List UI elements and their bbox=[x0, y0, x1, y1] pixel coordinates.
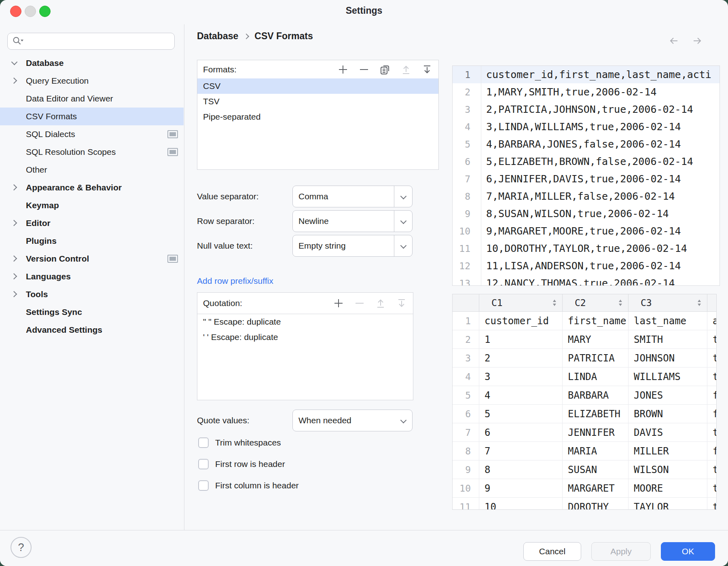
cell-c4[interactable]: f bbox=[707, 386, 716, 404]
cell-c1[interactable]: 4 bbox=[479, 386, 563, 404]
help-icon[interactable]: ? bbox=[11, 537, 32, 558]
tree-chevron-icon[interactable] bbox=[11, 165, 19, 174]
cell-c2[interactable]: MARGARET bbox=[563, 479, 629, 497]
sidebar-item[interactable]: Keymap bbox=[0, 196, 184, 214]
tree-chevron-icon[interactable] bbox=[11, 112, 19, 121]
cell-c2[interactable]: LINDA bbox=[563, 367, 629, 386]
sidebar-item[interactable]: Version Control bbox=[0, 250, 184, 268]
cell-c2[interactable]: ELIZABETH bbox=[563, 405, 629, 423]
tree-chevron-icon[interactable] bbox=[11, 272, 19, 281]
tree-chevron-icon[interactable] bbox=[11, 325, 19, 334]
sidebar-item[interactable]: SQL Dialects bbox=[0, 125, 184, 143]
settings-search-field[interactable] bbox=[7, 33, 175, 50]
cell-c2[interactable]: JENNIFER bbox=[563, 423, 629, 441]
cell-c1[interactable]: 3 bbox=[479, 367, 563, 386]
cell-c2[interactable]: DOROTHY bbox=[563, 498, 629, 510]
chevron-down-icon[interactable] bbox=[394, 235, 412, 256]
cell-c3[interactable]: DAVIS bbox=[629, 423, 707, 441]
search-input[interactable] bbox=[26, 36, 174, 46]
cell-c4[interactable]: t bbox=[707, 349, 716, 367]
cell-c4[interactable]: t bbox=[707, 460, 716, 479]
sidebar-item[interactable]: Query Execution bbox=[0, 72, 184, 90]
cell-c3[interactable]: TAYLOR bbox=[629, 498, 707, 510]
format-list-item[interactable]: Pipe-separated bbox=[197, 109, 438, 125]
field-combobox[interactable]: Empty string bbox=[292, 235, 413, 257]
add-row-prefix-suffix-link[interactable]: Add row prefix/suffix bbox=[197, 276, 273, 286]
cell-c4[interactable]: t bbox=[707, 479, 716, 497]
cell-c3[interactable]: JOHNSON bbox=[629, 349, 707, 367]
sidebar-item[interactable]: Database bbox=[0, 54, 184, 72]
sidebar-item[interactable]: CSV Formats bbox=[0, 108, 184, 125]
quote-values-combobox[interactable]: When needed bbox=[292, 410, 413, 431]
checkbox[interactable] bbox=[198, 437, 209, 448]
sort-arrows-icon[interactable] bbox=[696, 298, 702, 307]
remove-icon[interactable] bbox=[358, 64, 370, 75]
cancel-button[interactable]: Cancel bbox=[523, 542, 581, 561]
chevron-down-icon[interactable] bbox=[394, 186, 412, 207]
remove-icon[interactable] bbox=[354, 298, 365, 309]
cell-c3[interactable]: WILLIAMS bbox=[629, 367, 707, 386]
cell-c3[interactable]: JONES bbox=[629, 386, 707, 404]
format-list-item[interactable]: TSV bbox=[197, 94, 438, 109]
duplicate-icon[interactable] bbox=[379, 64, 391, 75]
cell-c3[interactable]: BROWN bbox=[629, 405, 707, 423]
move-up-icon[interactable] bbox=[400, 64, 412, 75]
tree-chevron-icon[interactable] bbox=[11, 308, 19, 317]
tree-chevron-icon[interactable] bbox=[11, 290, 19, 299]
tree-chevron-icon[interactable] bbox=[11, 76, 19, 85]
cell-c3[interactable]: MOORE bbox=[629, 479, 707, 497]
sidebar-item[interactable]: Other bbox=[0, 161, 184, 179]
cell-c1[interactable]: 2 bbox=[479, 349, 563, 367]
sidebar-item[interactable]: Appearance & Behavior bbox=[0, 179, 184, 196]
sort-arrows-icon[interactable] bbox=[552, 298, 557, 307]
cell-c2[interactable]: MARIA bbox=[563, 442, 629, 460]
tree-chevron-icon[interactable] bbox=[11, 254, 19, 263]
csv-preview-editor[interactable]: 1 customer_id,first_name,last_name,acti … bbox=[452, 65, 720, 286]
cell-c4[interactable]: t bbox=[707, 367, 716, 386]
checkbox[interactable] bbox=[198, 459, 209, 469]
format-list-item[interactable]: CSV bbox=[197, 78, 438, 94]
cell-c4[interactable]: t bbox=[707, 498, 716, 510]
add-icon[interactable] bbox=[333, 298, 344, 309]
cell-c4[interactable]: f bbox=[707, 442, 716, 460]
tree-chevron-icon[interactable] bbox=[11, 59, 19, 68]
cell-c1[interactable]: 7 bbox=[479, 442, 563, 460]
checkbox[interactable] bbox=[198, 480, 209, 491]
field-combobox[interactable]: Newline bbox=[292, 210, 413, 232]
sidebar-item[interactable]: Advanced Settings bbox=[0, 321, 184, 339]
cell-c1[interactable]: 5 bbox=[479, 405, 563, 423]
cell-c2[interactable]: SUSAN bbox=[563, 460, 629, 479]
cell-c4[interactable]: t bbox=[707, 330, 716, 348]
sidebar-item[interactable]: SQL Resolution Scopes bbox=[0, 143, 184, 161]
sidebar-item[interactable]: Tools bbox=[0, 285, 184, 303]
tree-chevron-icon[interactable] bbox=[11, 94, 19, 103]
tree-chevron-icon[interactable] bbox=[11, 219, 19, 228]
back-arrow-icon[interactable] bbox=[667, 35, 680, 47]
move-up-icon[interactable] bbox=[375, 298, 386, 309]
quotation-list-item[interactable]: " " Escape: duplicate bbox=[197, 314, 413, 329]
cell-c3[interactable]: WILSON bbox=[629, 460, 707, 479]
add-icon[interactable] bbox=[337, 64, 349, 75]
cell-c1[interactable]: customer_id bbox=[479, 312, 563, 330]
cell-c4[interactable]: f bbox=[707, 405, 716, 423]
cell-c1[interactable]: 1 bbox=[479, 330, 563, 348]
cell-c2[interactable]: PATRICIA bbox=[563, 349, 629, 367]
sidebar-item[interactable]: Languages bbox=[0, 268, 184, 285]
cell-c2[interactable]: MARY bbox=[563, 330, 629, 348]
cell-c2[interactable]: first_name bbox=[563, 312, 629, 330]
ok-button[interactable]: OK bbox=[661, 542, 715, 561]
field-combobox[interactable]: Comma bbox=[292, 186, 413, 207]
cell-c4[interactable]: a bbox=[707, 312, 716, 330]
tree-chevron-icon[interactable] bbox=[11, 130, 19, 139]
cell-c1[interactable]: 6 bbox=[479, 423, 563, 441]
cell-c1[interactable]: 8 bbox=[479, 460, 563, 479]
sidebar-item[interactable]: Editor bbox=[0, 214, 184, 232]
sidebar-item[interactable]: Data Editor and Viewer bbox=[0, 90, 184, 108]
cell-c2[interactable]: BARBARA bbox=[563, 386, 629, 404]
tree-chevron-icon[interactable] bbox=[11, 201, 19, 210]
quotation-list-item[interactable]: ' ' Escape: duplicate bbox=[197, 329, 413, 345]
table-column-header[interactable]: C2 bbox=[563, 294, 629, 311]
cell-c1[interactable]: 9 bbox=[479, 479, 563, 497]
table-column-header[interactable]: C1 bbox=[479, 294, 563, 311]
sidebar-item[interactable]: Settings Sync bbox=[0, 303, 184, 321]
